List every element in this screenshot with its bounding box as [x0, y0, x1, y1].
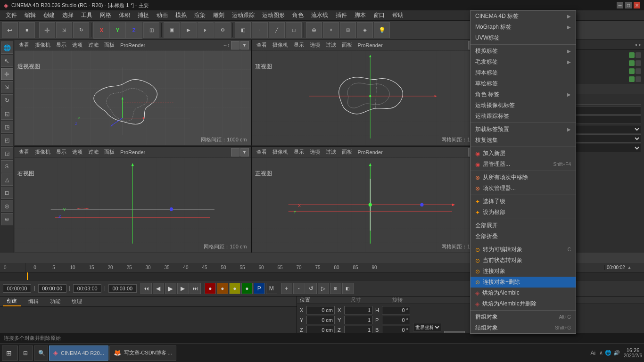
go-end-button[interactable]: ⏭ [190, 283, 201, 294]
obj-vis3[interactable] [629, 68, 635, 74]
record-param-button[interactable]: P [254, 283, 265, 294]
render-view-button[interactable]: ▶ [181, 22, 197, 38]
tab-texture[interactable]: 纹理 [68, 297, 86, 306]
light-button[interactable]: 💡 [374, 22, 390, 38]
vp-menu-view1[interactable]: 查看 [17, 41, 32, 49]
lp-btn10[interactable]: S [1, 160, 13, 173]
obj-lock2[interactable] [636, 60, 641, 66]
vp-menu-prorender1[interactable]: ProRender [118, 42, 148, 49]
vp-menu-cam2[interactable]: 摄像机 [270, 41, 290, 49]
dm-bake-alembic-del[interactable]: ◈ 烘焙为Alembic并删除 [471, 298, 576, 309]
end-time2-input[interactable] [108, 284, 137, 293]
lp-btn11[interactable]: △ [1, 173, 13, 186]
coord-y-size[interactable] [344, 316, 372, 324]
coord-p-rot[interactable] [382, 316, 410, 324]
dm-add-tag-pre[interactable]: 加载标签预置 ▶ [471, 124, 576, 135]
dm-connect-delete[interactable]: ⊙ 连接对象+删除 [471, 277, 576, 288]
vp-menu-prorender2[interactable]: ProRender [355, 42, 385, 49]
record-morph-button[interactable]: M [266, 283, 277, 294]
preview-button[interactable]: ▷ [318, 283, 329, 294]
obj-vis1[interactable] [629, 52, 635, 58]
dm-sim-tag[interactable]: 模拟标签 ▶ [471, 46, 576, 57]
start-time-input[interactable] [3, 284, 31, 293]
obj-vis2[interactable] [629, 60, 635, 66]
start-button[interactable]: ⊞ [2, 346, 18, 361]
dm-make-current[interactable]: ⊙ 当前状态转对象 [471, 255, 576, 266]
coord-world-select[interactable]: 世界坐标 [413, 323, 441, 331]
keyframe-add-button[interactable]: + [281, 283, 292, 294]
lp-btn13[interactable]: ◎ [1, 200, 13, 212]
menu-pipeline[interactable]: 流水线 [307, 10, 332, 20]
dm-bake-alembic[interactable]: ◈ 烘焙为Alembic [471, 288, 576, 298]
menu-animation[interactable]: 动画 [153, 10, 172, 20]
dm-layer-mgr[interactable]: ◉ 层管理器... Shift+F4 [471, 159, 576, 170]
vp-menu-disp3[interactable]: 显示 [54, 148, 69, 156]
rotate-button[interactable]: ↻ [73, 22, 89, 38]
timeline-extra1[interactable]: ⊞ [330, 283, 341, 294]
render-all-button[interactable]: ⏵ [198, 22, 214, 38]
record-pos-button[interactable]: ● [217, 283, 228, 294]
timeline-extra2[interactable]: ◧ [342, 283, 354, 294]
x-axis-button[interactable]: X [94, 22, 110, 38]
record-all-button[interactable]: ● [205, 283, 216, 294]
vp-menu-filter4[interactable]: 过滤 [323, 148, 339, 156]
menu-plugins[interactable]: 插件 [332, 10, 351, 20]
vp-menu-cam4[interactable]: 摄像机 [270, 148, 290, 156]
z-axis-button[interactable]: Z [126, 22, 142, 38]
lp-btn6[interactable]: ◱ [1, 107, 13, 120]
vp-menu-opt4[interactable]: 选项 [307, 148, 322, 156]
dm-cinema4d-tag[interactable]: CINEMA 4D 标签 ▶ [471, 11, 576, 22]
menu-character[interactable]: 角色 [289, 10, 307, 20]
dm-end-group[interactable]: 结组对象 Shift+G [471, 322, 576, 333]
obj-lock3[interactable] [636, 68, 641, 74]
dm-copy-sel[interactable]: 枝复选集 [471, 135, 576, 146]
vp-menu-filter3[interactable]: 过滤 [86, 148, 101, 156]
dm-char-tag[interactable]: 角色 标签 ▶ [471, 89, 576, 100]
magnet-button[interactable]: ⊕ [306, 22, 322, 38]
transform-button[interactable]: ◫ [143, 22, 159, 38]
viewport-perspective[interactable]: 查看 摄像机 显示 选项 过滤 面板 ProRender ↔↕ + ▼ 透视视图 [14, 40, 252, 146]
menu-mesh[interactable]: 网格 [96, 10, 115, 20]
render-settings-button[interactable]: ⚙ [215, 22, 231, 38]
dm-add-layer[interactable]: ◉ 加入新层 [471, 148, 576, 159]
tab-create[interactable]: 创建 [3, 296, 21, 306]
task-view-button[interactable]: ⊟ [19, 346, 33, 361]
tab-function[interactable]: 功能 [46, 297, 64, 306]
menu-window[interactable]: 窗口 [370, 10, 388, 20]
vp-menu-disp4[interactable]: 显示 [291, 148, 306, 156]
menu-motion-track[interactable]: 运动跟踪 [228, 10, 258, 20]
y-axis-button[interactable]: Y [110, 22, 126, 38]
dm-select-children[interactable]: ✦ 选择子级 [471, 196, 576, 207]
vp-menu-view4[interactable]: 查看 [254, 148, 269, 156]
menu-script[interactable]: 脚本 [351, 10, 370, 20]
vp-menu-view2[interactable]: 查看 [254, 41, 269, 49]
vp-settings1[interactable]: ▼ [240, 41, 249, 49]
dm-expand-all[interactable]: 全部展开 [471, 220, 576, 231]
dm-uvw-tag[interactable]: UVW标签 [471, 33, 576, 43]
current-time-input[interactable] [38, 284, 66, 293]
dm-motion-cam-tag[interactable]: 运动摄像机标签 [471, 100, 576, 111]
vp-menu-view3[interactable]: 查看 [17, 148, 32, 156]
menu-render[interactable]: 渲染 [190, 10, 209, 20]
vp-menu-opt2[interactable]: 选项 [307, 41, 322, 49]
dm-connect-obj[interactable]: ⊙ 连接对象 [471, 266, 576, 277]
maximize-button[interactable]: □ [625, 2, 632, 8]
vp-menu-panel1[interactable]: 面板 [102, 41, 117, 49]
go-start-button[interactable]: ⏮ [140, 283, 152, 294]
menu-edit[interactable]: 编辑 [21, 10, 40, 20]
snap-button[interactable]: ⌖ [323, 22, 339, 38]
vp-canvas-perspective[interactable]: 透视视图 [15, 50, 251, 145]
vp-menu-filter1[interactable]: 过滤 [86, 41, 101, 49]
vp-menu-cam1[interactable]: 摄像机 [33, 41, 53, 49]
minimize-button[interactable]: ─ [617, 2, 623, 8]
undo-button[interactable]: ↩ [2, 22, 18, 38]
object-mode-button[interactable]: ◧ [235, 22, 251, 38]
vp-menu-prorender3[interactable]: ProRender [118, 149, 148, 156]
move-button[interactable]: ✛ [39, 22, 55, 38]
menu-mograph[interactable]: 运动图形 [258, 10, 289, 20]
keyframe-del-button[interactable]: - [293, 283, 305, 294]
play-button[interactable]: ▶ [165, 283, 176, 294]
next-frame-button[interactable]: ▶ [177, 283, 189, 294]
dm-motion-track-tag[interactable]: 运动跟踪标签 [471, 111, 576, 122]
render-region-button[interactable]: ▣ [164, 22, 180, 38]
